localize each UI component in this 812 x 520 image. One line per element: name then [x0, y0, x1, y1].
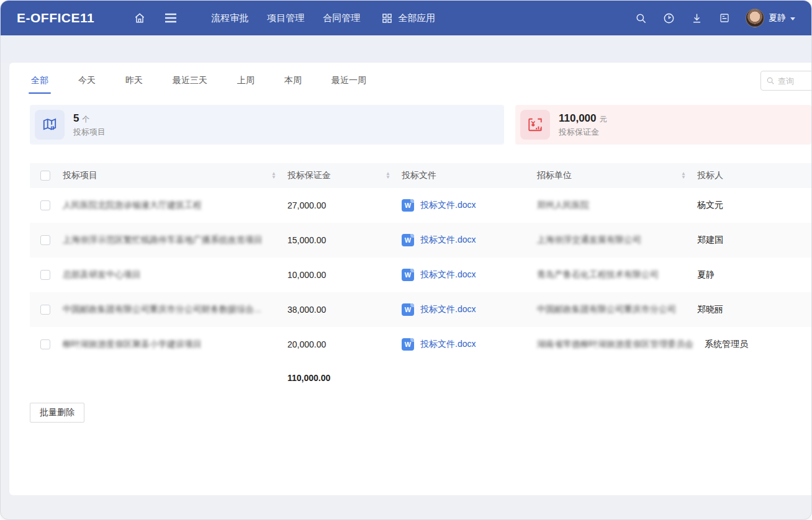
bid-file-link[interactable]: 投标文件.docx: [420, 200, 476, 211]
filter-tabs-row: 全部 今天 昨天 最近三天 上周 本周 最近一周: [9, 63, 811, 99]
deposit-value: 15,000.00: [287, 235, 326, 245]
tender-unit: 郑州人民医院: [537, 200, 589, 211]
table-total-row: 110,000.00: [30, 362, 811, 394]
nav-item-contract[interactable]: 合同管理: [323, 12, 360, 24]
home-icon[interactable]: [133, 11, 147, 25]
search-box[interactable]: [760, 71, 811, 91]
tender-unit: 青岛产鲁石化工程技术有限公司: [537, 269, 659, 280]
bidder-name: 系统管理员: [705, 339, 748, 349]
deposit-amount: 110,000: [559, 112, 597, 125]
tab-today[interactable]: 今天: [77, 64, 97, 97]
sort-unit-icon[interactable]: ▲▼: [681, 172, 686, 179]
chevron-down-icon: [790, 17, 795, 20]
bid-file-link[interactable]: 投标文件.docx: [420, 269, 476, 280]
table-row: 柳叶湖旅游度假区聚基小学建设项目 20,000.00 W 投标文件.docx 湖…: [30, 327, 811, 362]
table-row: 总部及研发中心项目 10,000.00 W 投标文件.docx 青岛产鲁石化工程…: [30, 258, 811, 292]
search-icon[interactable]: [634, 11, 647, 25]
yuan-chart-icon: [520, 110, 550, 140]
projects-label: 投标项目: [73, 127, 106, 138]
col-header-project: 投标项目: [63, 170, 97, 181]
tender-unit: 中国邮政集团有限公司重庆市分公司: [537, 304, 676, 315]
table-row: 中国邮政集团有限公司重庆市分公司财务数据综合... 38,000.00 W 投标…: [30, 292, 811, 327]
total-deposit: 110,000.00: [287, 373, 330, 383]
background-band: [1, 35, 811, 63]
stat-cards: 5 个 投标项目 110,000 元 投标保证金: [30, 105, 811, 145]
row-checkbox[interactable]: [40, 339, 50, 349]
bid-file-link[interactable]: 投标文件.docx: [420, 304, 476, 315]
project-name: 总部及研发中心项目: [63, 269, 141, 280]
row-checkbox[interactable]: [40, 270, 50, 280]
map-icon: [35, 110, 65, 140]
deposit-unit: 元: [600, 114, 607, 125]
row-checkbox[interactable]: [40, 200, 50, 210]
word-file-icon: W: [402, 269, 414, 281]
batch-delete-button[interactable]: 批量删除: [30, 403, 84, 423]
word-file-icon: W: [402, 303, 414, 316]
project-name: 中国邮政集团有限公司重庆市分公司财务数据综合...: [63, 304, 261, 315]
bid-file-link[interactable]: 投标文件.docx: [420, 235, 476, 246]
table-row: 上海崇浮示范区繁忙线路停车基地广播系统改造项目 15,000.00 W 投标文件…: [30, 223, 811, 258]
tab-last-three-days[interactable]: 最近三天: [171, 64, 209, 97]
tender-unit: 湖南省常德柳叶湖旅游度假区管理委员会: [537, 339, 693, 350]
col-header-file: 投标文件: [402, 170, 436, 181]
deposit-value: 38,000.00: [287, 305, 326, 315]
bids-table: 投标项目 ▲▼ 投标保证金 ▲▼ 投标文件 招标单位 ▲▼ 投标人 人民医院北院…: [30, 163, 811, 394]
project-name: 人民医院北院急诊输液大厅建筑工程: [63, 200, 202, 211]
row-checkbox[interactable]: [40, 305, 50, 315]
col-header-amount: 投标保证金: [287, 170, 331, 181]
grid-icon: [380, 11, 394, 25]
projects-count: 5: [73, 112, 79, 125]
deposit-label: 投标保证金: [559, 127, 607, 138]
filter-tabs: 全部 今天 昨天 最近三天 上周 本周 最近一周: [30, 64, 368, 97]
table-header-row: 投标项目 ▲▼ 投标保证金 ▲▼ 投标文件 招标单位 ▲▼ 投标人: [30, 163, 811, 188]
project-name: 柳叶湖旅游度假区聚基小学建设项目: [63, 339, 202, 350]
stat-card-deposit: 110,000 元 投标保证金: [515, 105, 811, 145]
bid-file-link[interactable]: 投标文件.docx: [420, 339, 476, 350]
user-menu[interactable]: 夏静: [746, 9, 795, 27]
app-window: E-OFFICE11 流程审批 项目管理 合同管理 全部应用: [0, 0, 812, 520]
deposit-value: 10,000.00: [287, 270, 326, 280]
tab-all[interactable]: 全部: [30, 64, 50, 97]
topbar-actions: 夏静: [634, 9, 795, 27]
tender-unit: 上海崇浮交通发展有限公司: [537, 235, 641, 246]
note-icon[interactable]: [718, 11, 731, 25]
select-all-checkbox[interactable]: [40, 171, 50, 181]
bidder-name: 杨文元: [697, 200, 723, 210]
all-apps-label: 全部应用: [398, 12, 435, 24]
user-name: 夏静: [769, 12, 786, 24]
deposit-value: 20,000.00: [287, 339, 326, 349]
sort-amount-icon[interactable]: ▲▼: [386, 172, 390, 179]
word-file-icon: W: [402, 199, 414, 212]
table-row: 人民医院北院急诊输液大厅建筑工程 27,000.00 W 投标文件.docx 郑…: [30, 188, 811, 223]
tab-yesterday[interactable]: 昨天: [124, 64, 144, 97]
all-apps-button[interactable]: 全部应用: [380, 11, 435, 25]
col-header-unit: 招标单位: [537, 170, 572, 181]
clock-icon[interactable]: [662, 11, 675, 25]
menu-icon[interactable]: [164, 11, 178, 25]
search-input[interactable]: [778, 76, 811, 86]
search-icon: [766, 76, 775, 85]
project-name: 上海崇浮示范区繁忙线路停车基地广播系统改造项目: [63, 235, 263, 246]
bidder-name: 郑建国: [697, 235, 723, 244]
tab-recent-week[interactable]: 最近一周: [330, 64, 368, 97]
app-logo: E-OFFICE11: [17, 11, 94, 25]
bidder-name: 郑晓丽: [697, 304, 723, 314]
nav-item-project[interactable]: 项目管理: [267, 12, 304, 24]
nav-item-workflow[interactable]: 流程审批: [211, 12, 248, 24]
row-checkbox[interactable]: [40, 235, 50, 245]
tab-this-week[interactable]: 本周: [283, 64, 303, 97]
col-header-bidder: 投标人: [697, 170, 723, 180]
stat-card-projects: 5 个 投标项目: [30, 105, 504, 145]
content-card: 全部 今天 昨天 最近三天 上周 本周 最近一周 5: [9, 63, 811, 495]
projects-unit: 个: [82, 114, 89, 125]
deposit-value: 27,000.00: [287, 200, 326, 210]
download-icon[interactable]: [690, 11, 703, 25]
bidder-name: 夏静: [697, 269, 715, 279]
main-nav: 流程审批 项目管理 合同管理: [211, 12, 360, 24]
avatar: [746, 9, 764, 27]
top-navigation-bar: E-OFFICE11 流程审批 项目管理 合同管理 全部应用: [1, 1, 811, 35]
word-file-icon: W: [402, 338, 414, 351]
tab-last-week[interactable]: 上周: [236, 64, 256, 97]
word-file-icon: W: [402, 234, 414, 246]
sort-project-icon[interactable]: ▲▼: [271, 172, 276, 179]
